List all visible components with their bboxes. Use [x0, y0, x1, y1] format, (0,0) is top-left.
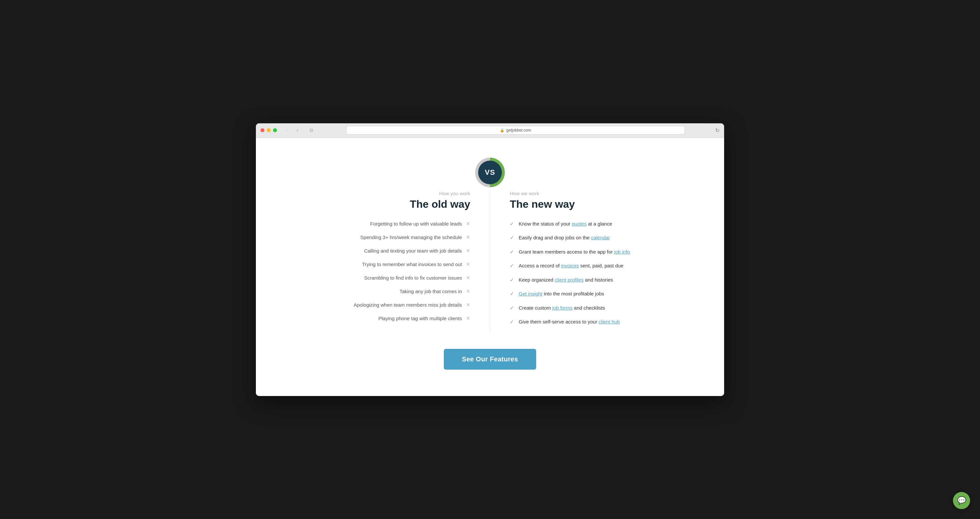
browser-chrome: ‹ › ⊡ 🔒 getjobber.com ↻: [256, 123, 724, 138]
new-item-text: Know the status of your quotes at a glan…: [519, 220, 612, 228]
client-profiles-link[interactable]: client profiles: [555, 277, 584, 283]
check-icon: ✓: [510, 263, 514, 269]
left-subtitle: How you work: [348, 191, 470, 196]
sidebar-toggle[interactable]: ⊡: [307, 127, 316, 134]
browser-content: VS How you work The old way Forgetting t…: [256, 138, 724, 396]
reload-button[interactable]: ↻: [715, 127, 719, 134]
old-item-text: Forgetting to follow up with valuable le…: [370, 220, 462, 227]
chat-bubble[interactable]: 💬: [953, 492, 970, 509]
invoices-link[interactable]: invoices: [561, 263, 579, 268]
check-icon: ✓: [510, 305, 514, 311]
list-item: ✓ Easily drag and drop jobs on the calen…: [510, 234, 632, 242]
old-item-text: Scrambling to find info to fix customer …: [364, 274, 462, 281]
browser-window: ‹ › ⊡ 🔒 getjobber.com ↻ VS: [256, 123, 724, 396]
list-item: Apologizing when team members miss job d…: [348, 301, 470, 308]
forward-button[interactable]: ›: [293, 127, 302, 134]
check-icon: ✓: [510, 319, 514, 325]
minimize-button[interactable]: [267, 128, 271, 132]
list-item: Calling and texting your team with job d…: [348, 247, 470, 254]
new-item-text: Give them self-serve access to your clie…: [519, 318, 620, 326]
old-item-text: Apologizing when team members miss job d…: [354, 301, 462, 308]
x-icon: ✕: [466, 315, 470, 322]
old-item-text: Taking any job that comes in: [400, 288, 462, 295]
list-item: ✓ Create custom job forms and checklists: [510, 304, 632, 312]
job-forms-link[interactable]: job forms: [552, 305, 573, 310]
check-icon: ✓: [510, 235, 514, 241]
x-icon: ✕: [466, 248, 470, 254]
x-icon: ✕: [466, 288, 470, 295]
old-item-text: Playing phone tag with multiple clients: [379, 315, 462, 322]
x-icon: ✕: [466, 302, 470, 308]
traffic-lights: [261, 128, 277, 132]
right-title: The new way: [510, 198, 632, 210]
new-item-text: Grant team members access to the app for…: [519, 248, 630, 256]
old-item-text: Calling and texting your team with job d…: [364, 247, 462, 254]
see-features-button[interactable]: See Our Features: [444, 349, 536, 369]
back-button[interactable]: ‹: [282, 127, 291, 134]
left-title: The old way: [348, 198, 470, 210]
x-icon: ✕: [466, 275, 470, 281]
list-item: Taking any job that comes in ✕: [348, 288, 470, 295]
new-item-text: Get insight into the most profitable job…: [519, 290, 604, 298]
calendar-link[interactable]: calendar: [591, 235, 610, 240]
list-item: ✓ Give them self-serve access to your cl…: [510, 318, 632, 326]
old-item-text: Spending 3+ hrs/week managing the schedu…: [360, 234, 462, 241]
vs-badge-text: VS: [485, 168, 495, 177]
old-item-text: Trying to remember what invoices to send…: [362, 261, 462, 268]
list-item: ✓ Access a record of invoices sent, paid…: [510, 262, 632, 270]
url-text: getjobber.com: [506, 128, 531, 132]
quotes-link[interactable]: quotes: [572, 221, 587, 226]
list-item: Trying to remember what invoices to send…: [348, 261, 470, 268]
nav-buttons: ‹ ›: [282, 127, 302, 134]
get-insight-link[interactable]: Get insight: [519, 291, 542, 296]
vs-badge-wrapper: VS: [348, 158, 632, 187]
check-icon: ✓: [510, 291, 514, 297]
close-button[interactable]: [261, 128, 264, 132]
fullscreen-button[interactable]: [273, 128, 277, 132]
new-item-text: Easily drag and drop jobs on the calenda…: [519, 234, 610, 242]
job-info-link[interactable]: job info: [614, 249, 630, 255]
list-item: ✓ Keep organized client profiles and his…: [510, 276, 632, 284]
columns-wrapper: How you work The old way Forgetting to f…: [348, 191, 632, 333]
new-item-text: Access a record of invoices sent, paid, …: [519, 262, 624, 270]
list-item: Scrambling to find info to fix customer …: [348, 274, 470, 281]
left-column: How you work The old way Forgetting to f…: [348, 191, 490, 333]
lock-icon: 🔒: [500, 128, 504, 132]
browser-actions: ↻: [715, 127, 719, 134]
check-icon: ✓: [510, 221, 514, 227]
vs-section: VS How you work The old way Forgetting t…: [348, 158, 632, 369]
address-bar[interactable]: 🔒 getjobber.com: [346, 126, 685, 135]
check-icon: ✓: [510, 277, 514, 283]
new-item-text: Create custom job forms and checklists: [519, 304, 605, 312]
list-item: Spending 3+ hrs/week managing the schedu…: [348, 234, 470, 241]
vs-badge: VS: [475, 158, 505, 187]
list-item: Forgetting to follow up with valuable le…: [348, 220, 470, 227]
list-item: Playing phone tag with multiple clients …: [348, 315, 470, 322]
check-icon: ✓: [510, 249, 514, 255]
x-icon: ✕: [466, 221, 470, 227]
x-icon: ✕: [466, 234, 470, 240]
divider-line: [490, 191, 490, 333]
new-item-text: Keep organized client profiles and histo…: [519, 276, 613, 284]
right-subtitle: How we work: [510, 191, 632, 196]
chat-icon: 💬: [957, 496, 966, 505]
right-column: How we work The new way ✓ Know the statu…: [490, 191, 632, 333]
client-hub-link[interactable]: client hub: [599, 319, 620, 325]
list-item: ✓ Grant team members access to the app f…: [510, 248, 632, 256]
list-item: ✓ Know the status of your quotes at a gl…: [510, 220, 632, 228]
x-icon: ✕: [466, 261, 470, 267]
cta-wrapper: See Our Features: [348, 349, 632, 369]
list-item: ✓ Get insight into the most profitable j…: [510, 290, 632, 298]
